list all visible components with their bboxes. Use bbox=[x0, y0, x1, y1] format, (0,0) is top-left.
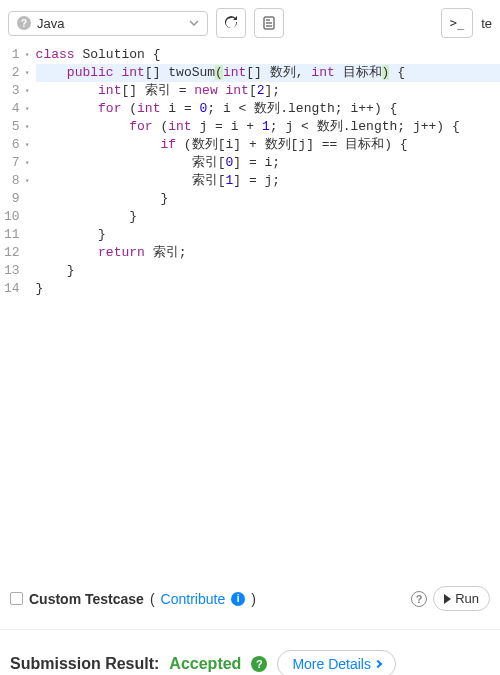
testcase-row: Custom Testcase ( Contribute i ) ? Run bbox=[0, 578, 500, 619]
editor-toolbar: ? Java >_ te bbox=[0, 0, 500, 46]
code-line[interactable]: } bbox=[36, 280, 500, 298]
gutter-row: 10 bbox=[4, 208, 30, 226]
gutter-row: 9 bbox=[4, 190, 30, 208]
notes-button[interactable] bbox=[254, 8, 284, 38]
code-line[interactable]: public int[] twoSum(int[] 数列, int 目标和) { bbox=[36, 64, 500, 82]
code-line[interactable]: } bbox=[36, 190, 500, 208]
help-button[interactable]: ? bbox=[411, 591, 427, 607]
code-line[interactable]: int[] 索引 = new int[2]; bbox=[36, 82, 500, 100]
chevron-down-icon bbox=[189, 20, 199, 26]
result-row: Submission Result: Accepted ? More Detai… bbox=[0, 640, 500, 675]
document-icon bbox=[261, 15, 277, 31]
chevron-right-icon bbox=[374, 660, 382, 668]
code-line[interactable]: } bbox=[36, 226, 500, 244]
help-icon: ? bbox=[17, 16, 31, 30]
code-line[interactable]: if (数列[i] + 数列[j] == 目标和) { bbox=[36, 136, 500, 154]
code-line[interactable]: class Solution { bbox=[36, 46, 500, 64]
contribute-link[interactable]: Contribute bbox=[161, 591, 226, 607]
gutter-row: 6▾ bbox=[4, 136, 30, 154]
toolbar-right-text: te bbox=[481, 16, 492, 31]
code-line[interactable]: } bbox=[36, 262, 500, 280]
check-icon: ? bbox=[251, 656, 267, 672]
result-label: Submission Result: bbox=[10, 655, 159, 673]
custom-testcase-label: Custom Testcase bbox=[29, 591, 144, 607]
gutter-row: 13 bbox=[4, 262, 30, 280]
gutter-row: 2▾ bbox=[4, 64, 30, 82]
custom-testcase-checkbox[interactable] bbox=[10, 592, 23, 605]
gutter-row: 4▾ bbox=[4, 100, 30, 118]
details-label: More Details bbox=[292, 656, 371, 672]
code-line[interactable]: return 索引; bbox=[36, 244, 500, 262]
terminal-button[interactable]: >_ bbox=[441, 8, 473, 38]
gutter-row: 3▾ bbox=[4, 82, 30, 100]
code-line[interactable]: 索引[1] = j; bbox=[36, 172, 500, 190]
run-button[interactable]: Run bbox=[433, 586, 490, 611]
gutter-row: 7▾ bbox=[4, 154, 30, 172]
language-select[interactable]: ? Java bbox=[8, 11, 208, 36]
reset-button[interactable] bbox=[216, 8, 246, 38]
run-label: Run bbox=[455, 591, 479, 606]
gutter-row: 11 bbox=[4, 226, 30, 244]
language-label: Java bbox=[37, 16, 64, 31]
code-editor[interactable]: 1▾2▾3▾4▾5▾6▾7▾8▾91011121314 class Soluti… bbox=[0, 46, 500, 578]
paren-close: ) bbox=[251, 591, 256, 607]
more-details-button[interactable]: More Details bbox=[277, 650, 396, 675]
gutter-row: 5▾ bbox=[4, 118, 30, 136]
code-line[interactable]: } bbox=[36, 208, 500, 226]
gutter-row: 12 bbox=[4, 244, 30, 262]
gutter-row: 8▾ bbox=[4, 172, 30, 190]
info-icon: i bbox=[231, 592, 245, 606]
terminal-icon: >_ bbox=[450, 16, 464, 30]
refresh-icon bbox=[223, 15, 239, 31]
gutter-row: 14 bbox=[4, 280, 30, 298]
code-line[interactable]: for (int j = i + 1; j < 数列.length; j++) … bbox=[36, 118, 500, 136]
divider bbox=[0, 629, 500, 630]
line-gutter: 1▾2▾3▾4▾5▾6▾7▾8▾91011121314 bbox=[0, 46, 36, 578]
result-status: Accepted bbox=[169, 655, 241, 673]
code-line[interactable]: for (int i = 0; i < 数列.length; i++) { bbox=[36, 100, 500, 118]
code-area[interactable]: class Solution { public int[] twoSum(int… bbox=[36, 46, 500, 578]
code-line[interactable]: 索引[0] = i; bbox=[36, 154, 500, 172]
paren-open: ( bbox=[150, 591, 155, 607]
gutter-row: 1▾ bbox=[4, 46, 30, 64]
play-icon bbox=[444, 594, 451, 604]
